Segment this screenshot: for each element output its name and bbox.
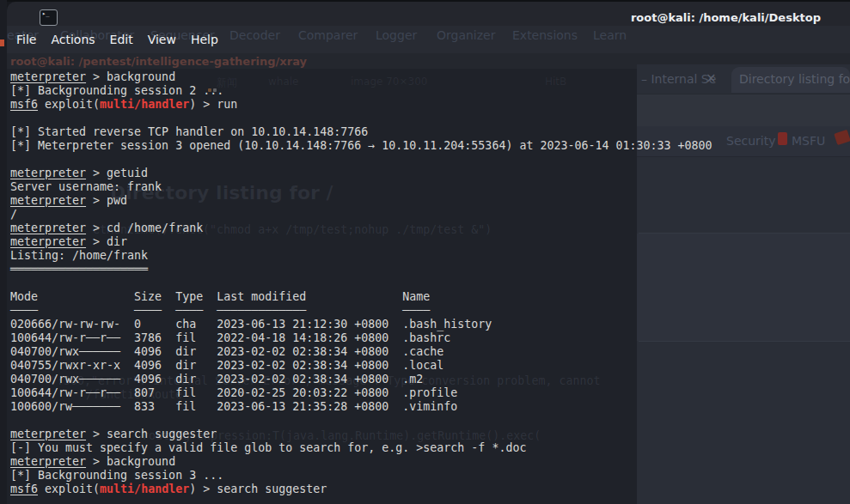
- terminal-line: [*] Backgrounding session 2 ...: [10, 84, 223, 98]
- terminal-line: ──── ──── ──── ───────────── ────: [10, 304, 430, 318]
- terminal-line: 020666/rw-rw-rw- 0 cha 2023-06-13 21:12:…: [10, 318, 492, 331]
- terminal-text-segment: [*] Backgrounding session 3 ...: [10, 469, 223, 482]
- terminal-text-segment: msf6: [10, 483, 38, 495]
- terminal-text-segment: Listing: /home/frank: [10, 249, 148, 262]
- bookmark-msfu: MSFU: [792, 134, 825, 148]
- terminal-line: meterpreter > background: [10, 455, 175, 469]
- terminal-line: [*] Backgrounding session 3 ...: [10, 469, 223, 483]
- terminal-text-segment: meterpreter: [10, 455, 86, 468]
- terminal-text-segment: [*] Started reverse TCP handler on 10.10…: [10, 125, 368, 138]
- terminal-line: meterpreter > pwd: [10, 194, 127, 208]
- terminal-text-segment: msf6: [10, 98, 38, 111]
- menu-item-actions[interactable]: Actions: [51, 33, 95, 46]
- terminal-text-segment: 100600/rw─────── 833 fil 2023-06-13 21:3…: [10, 400, 457, 413]
- terminal-line: 040700/rwx────── 4096 dir 2023-02-02 02:…: [10, 345, 443, 359]
- terminal-line: [*] Meterpreter session 3 opened (10.10.…: [10, 139, 712, 153]
- terminal-text-segment: > cd /home/frank: [86, 222, 203, 234]
- terminal-text-segment: meterpreter: [10, 222, 86, 234]
- menubar-items: FileActionsEditViewHelp: [16, 33, 218, 46]
- terminal-line: msf6 exploit(multi/handler) > run: [10, 98, 237, 112]
- terminal-text-segment: meterpreter: [10, 70, 86, 83]
- burp-tab-extensions: Extensions: [512, 28, 578, 42]
- terminal-line: [*] Started reverse TCP handler on 10.10…: [10, 125, 368, 139]
- terminal-line: 100600/rw─────── 833 fil 2023-06-13 21:3…: [10, 400, 457, 414]
- terminal-line: msf6 exploit(multi/handler) > search sug…: [10, 483, 327, 496]
- background-terminal-title: root@kali: /pentest/intelligence-gatheri…: [10, 55, 307, 68]
- exploitdb-favicon-icon: [834, 130, 850, 145]
- terminal-text-segment: 040700/rwx────── 4096 dir 2023-02-02 02:…: [10, 373, 423, 386]
- terminal-line: [-] You must specify a valid file glob t…: [10, 441, 526, 455]
- terminal-line: ════════════════════: [10, 263, 148, 276]
- terminal-text-segment: meterpreter: [10, 428, 86, 440]
- terminal-line: meterpreter > getuid: [10, 167, 148, 180]
- burp-tab-comparer: Comparer: [298, 28, 358, 42]
- msfu-favicon-icon: [778, 132, 787, 145]
- terminal-text-segment: 100644/rw-r──r── 3786 fil 2022-04-18 14:…: [10, 331, 450, 344]
- terminal-text-segment: meterpreter: [10, 235, 86, 248]
- terminal-text-segment: > background: [86, 455, 175, 468]
- terminal-line: /: [10, 208, 17, 222]
- menu-item-file[interactable]: File: [16, 33, 36, 46]
- terminal-text-segment: multi/handler: [100, 483, 189, 495]
- terminal-line: meterpreter > search suggester: [10, 428, 217, 441]
- terminal-text-segment: ) > search suggester: [189, 483, 327, 495]
- desktop-left-strip: [0, 0, 7, 504]
- terminal-line: 040700/rwx────── 4096 dir 2023-02-02 02:…: [10, 373, 423, 386]
- terminal-text-segment: [*] Meterpreter session 3 opened (10.10.…: [10, 139, 712, 152]
- terminal-text-segment: /: [10, 208, 17, 221]
- screen: ▸_ root@kali: /home/kali/Desktop eaterCo…: [0, 0, 850, 504]
- terminal-line: meterpreter > cd /home/frank: [10, 222, 203, 235]
- terminal-text-segment: exploit(: [38, 483, 100, 495]
- titlebar[interactable]: ▸_ root@kali: /home/kali/Desktop: [7, 2, 850, 27]
- terminal-text-segment: Server username: frank: [10, 180, 162, 193]
- terminal-text-segment: 040755/rwxr-xr-x 4096 dir 2023-02-02 02:…: [10, 359, 443, 372]
- burp-orange-accent: [0, 39, 4, 46]
- terminal-text-segment: [*] Backgrounding session 2 ...: [10, 84, 223, 97]
- terminal-text-segment: ) > run: [189, 98, 237, 111]
- terminal-line: meterpreter > dir: [10, 235, 127, 249]
- burp-tab-learn: Learn: [593, 28, 627, 42]
- window-title: root@kali: /home/kali/Desktop: [631, 11, 821, 24]
- menubar: eaterCollaboratorSequencerDecoderCompare…: [7, 26, 850, 53]
- terminal-icon: ▸_: [40, 9, 58, 26]
- terminal-text-segment: 020666/rw-rw-rw- 0 cha 2023-06-13 21:12:…: [10, 318, 492, 331]
- burp-tab-organizer: Organizer: [437, 28, 495, 42]
- terminal-text-segment: > pwd: [86, 194, 127, 207]
- terminal-text-segment: ──── ──── ──── ───────────── ────: [10, 304, 430, 317]
- terminal-text-segment: > search suggester: [86, 428, 217, 440]
- browser-tab-active-label: Directory listing for: [739, 72, 850, 86]
- terminal-text-segment: Mode Size Type Last modified Name: [10, 290, 430, 303]
- terminal-text-segment: exploit(: [38, 98, 100, 111]
- terminal-line: 100644/rw-r──r── 3786 fil 2022-04-18 14:…: [10, 331, 450, 345]
- terminal-line: Mode Size Type Last modified Name: [10, 290, 430, 304]
- terminal-text-segment: [-] You must specify a valid file glob t…: [10, 441, 526, 454]
- terminal-output[interactable]: meterpreter > background[*] Backgroundin…: [10, 70, 741, 500]
- terminal-text-segment: 040700/rwx────── 4096 dir 2023-02-02 02:…: [10, 345, 443, 358]
- browser-tab-active: Directory listing for: [731, 67, 850, 93]
- terminal-line: 100644/rw-r──r── 807 fil 2020-02-25 20:0…: [10, 386, 457, 400]
- menu-item-edit[interactable]: Edit: [110, 33, 133, 46]
- terminal-line: 040755/rwxr-xr-x 4096 dir 2023-02-02 02:…: [10, 359, 443, 373]
- terminal-text-segment: multi/handler: [100, 98, 189, 111]
- terminal-text-segment: > background: [86, 70, 175, 83]
- menu-item-help[interactable]: Help: [191, 33, 218, 46]
- terminal-line: Server username: frank: [10, 180, 162, 194]
- terminal-text-segment: > dir: [86, 235, 127, 248]
- terminal-text-segment: meterpreter: [10, 167, 86, 179]
- terminal-line: meterpreter > background: [10, 70, 175, 84]
- terminal-text-segment: ════════════════════: [10, 263, 148, 276]
- burp-tab-decoder: Decoder: [229, 28, 280, 42]
- burp-tab-logger: Logger: [376, 28, 417, 42]
- terminal-text-segment: > getuid: [86, 167, 148, 179]
- terminal-text-segment: 100644/rw-r──r── 807 fil 2020-02-25 20:0…: [10, 386, 457, 399]
- terminal-text-segment: meterpreter: [10, 194, 86, 207]
- menu-item-view[interactable]: View: [148, 33, 176, 46]
- terminal-line: Listing: /home/frank: [10, 249, 148, 263]
